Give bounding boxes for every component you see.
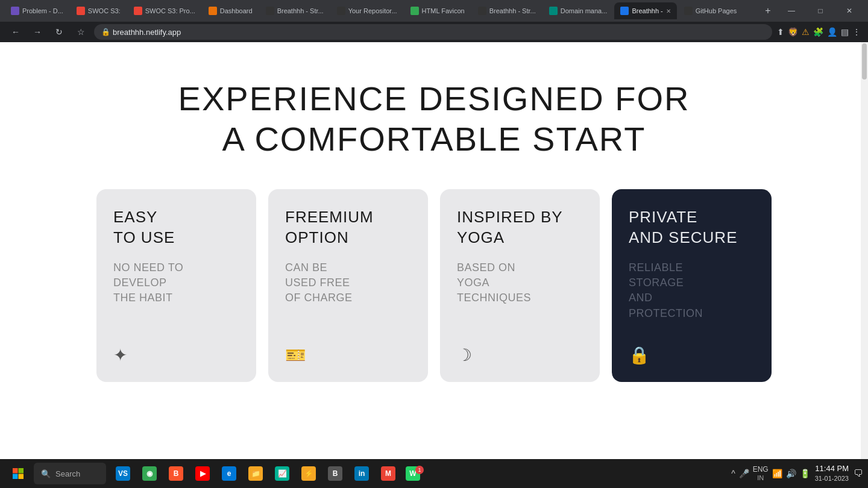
tab-close-button[interactable]: ✕ — [666, 8, 671, 14]
taskbar-app-vscode[interactable]: VS — [111, 460, 135, 487]
scrollbar-thumb[interactable] — [862, 43, 867, 80]
tab-favicon — [209, 7, 217, 15]
brave-icon: B — [169, 466, 183, 481]
svg-rect-1 — [19, 468, 24, 474]
tab-favicon — [134, 7, 142, 15]
browser-tab-8[interactable]: Domain mana... — [543, 2, 614, 19]
mic-icon[interactable]: 🎤 — [739, 469, 749, 478]
tab-favicon — [337, 7, 345, 15]
close-button[interactable]: ✕ — [835, 0, 863, 22]
system-tray-icons: ^ 🎤 ENG IN 📶 🔊 🔋 — [731, 465, 810, 482]
menu-icon[interactable]: ⋮ — [852, 27, 861, 37]
tab-label: SWOC S3: — [88, 7, 121, 14]
extensions-icon[interactable]: 🧩 — [813, 27, 823, 37]
card-description: CAN BEUSED FREEOF CHARGE — [285, 260, 411, 306]
notification-badge: 1 — [415, 466, 424, 474]
browser-tab-0[interactable]: Problem - D... — [5, 2, 69, 19]
main-heading: EXPERIENCE DESIGNED FOR A COMFORTABLE ST… — [178, 78, 690, 159]
card-title: PRIVATEAND SECURE — [629, 207, 755, 248]
tab-bar: Problem - D...SWOC S3:SWOC S3: Pro...Das… — [0, 0, 868, 22]
svg-rect-2 — [13, 474, 18, 480]
share-icon[interactable]: ⬆ — [777, 27, 784, 37]
taskbar-app-whatsapp[interactable]: W1 — [403, 460, 427, 487]
taskbar-app-brave[interactable]: B — [164, 460, 188, 487]
taskbar: 🔍 Search VS◉B▶e📁📈⚡BinMW1 ^ 🎤 ENG IN 📶 🔊 … — [0, 459, 868, 488]
card-title: FREEMIUMOPTION — [285, 207, 411, 248]
tab-favicon — [77, 7, 85, 15]
clock[interactable]: 11:44 PM 31-01-2023 — [815, 463, 849, 484]
tab-label: Breathhh - — [632, 7, 662, 14]
start-button[interactable] — [5, 460, 31, 487]
browser-action-icons: ⬆ 🦁 ⚠ 🧩 👤 ▤ ⋮ — [777, 27, 861, 37]
page-content: EXPERIENCE DESIGNED FOR A COMFORTABLE ST… — [0, 42, 868, 459]
tab-label: HTML Favicon — [422, 7, 465, 14]
time-display: 11:44 PM — [815, 463, 849, 474]
taskbar-app-app9[interactable]: B — [323, 460, 347, 487]
volume-icon[interactable]: 🔊 — [786, 469, 796, 478]
browser-tab-10[interactable]: GitHub Pages — [678, 2, 743, 19]
feature-card-1: FREEMIUMOPTIONCAN BEUSED FREEOF CHARGE🎫 — [268, 189, 428, 382]
browser-tab-1[interactable]: SWOC S3: — [71, 2, 127, 19]
forward-button[interactable]: → — [29, 23, 46, 40]
search-icon: 🔍 — [41, 469, 51, 478]
tab-label: SWOC S3: Pro... — [145, 7, 195, 14]
chevron-up-icon[interactable]: ^ — [731, 469, 735, 478]
brave-icon[interactable]: 🦁 — [788, 27, 798, 37]
taskbar-app-msn-money[interactable]: 📈 — [270, 460, 294, 487]
gmail-icon: M — [381, 466, 395, 481]
svg-rect-0 — [13, 468, 18, 474]
browser-tab-5[interactable]: Your Repositor... — [331, 2, 403, 19]
taskbar-app-app8[interactable]: ⚡ — [297, 460, 321, 487]
scrollbar[interactable] — [861, 42, 868, 459]
notification-icon[interactable]: 🗨 — [854, 468, 863, 479]
bookmark-button[interactable]: ☆ — [72, 23, 89, 40]
taskbar-app-gmail[interactable]: M — [376, 460, 400, 487]
feature-card-0: EASYTO USENO NEED TODEVELOPTHE HABIT✦ — [96, 189, 256, 382]
card-icon: 🎫 — [285, 345, 411, 365]
card-icon: 🔒 — [629, 345, 755, 365]
app8-icon: ⚡ — [301, 466, 316, 481]
sidebar-icon[interactable]: ▤ — [841, 27, 849, 37]
profile-icon[interactable]: 👤 — [827, 27, 837, 37]
tab-favicon — [11, 7, 19, 15]
alert-icon[interactable]: ⚠ — [802, 27, 810, 37]
browser-tab-6[interactable]: HTML Favicon — [404, 2, 471, 19]
back-button[interactable]: ← — [7, 23, 24, 40]
youtube-icon: ▶ — [195, 466, 210, 481]
new-tab-button[interactable]: + — [760, 2, 776, 19]
taskbar-search[interactable]: 🔍 Search — [34, 463, 106, 484]
browser-tab-3[interactable]: Dashboard — [203, 2, 259, 19]
tab-label: Breathhh - Str... — [489, 7, 536, 14]
tab-favicon — [549, 7, 558, 15]
wifi-icon[interactable]: 📶 — [772, 469, 782, 478]
card-description: BASED ONYOGATECHNIQUES — [457, 260, 583, 306]
battery-icon[interactable]: 🔋 — [800, 469, 810, 478]
taskbar-app-linkedin[interactable]: in — [350, 460, 374, 487]
card-icon: ☽ — [457, 345, 583, 365]
browser-tab-2[interactable]: SWOC S3: Pro... — [128, 2, 201, 19]
browser-chrome: Problem - D...SWOC S3:SWOC S3: Pro...Das… — [0, 0, 868, 42]
taskbar-app-chrome[interactable]: ◉ — [137, 460, 162, 487]
linkedin-icon: in — [354, 466, 369, 481]
maximize-button[interactable]: □ — [807, 0, 834, 22]
browser-tab-4[interactable]: Breathhh - Str... — [260, 2, 330, 19]
taskbar-app-youtube[interactable]: ▶ — [190, 460, 215, 487]
date-display: 31-01-2023 — [815, 474, 849, 483]
svg-rect-3 — [19, 474, 24, 480]
browser-tab-7[interactable]: Breathhh - Str... — [472, 2, 542, 19]
url-bar[interactable]: 🔒 breathhh.netlify.app — [94, 24, 772, 40]
taskbar-app-files[interactable]: 📁 — [244, 460, 268, 487]
taskbar-apps: VS◉B▶e📁📈⚡BinMW1 — [111, 460, 427, 487]
minimize-button[interactable]: — — [778, 0, 805, 22]
card-description: RELIABLESTORAGEANDPROTECTION — [629, 260, 755, 321]
refresh-button[interactable]: ↻ — [51, 23, 68, 40]
card-title: INSPIRED BYYOGA — [457, 207, 583, 248]
card-title: EASYTO USE — [113, 207, 239, 248]
browser-tab-9[interactable]: Breathhh -✕ — [614, 2, 676, 19]
edge-icon: e — [222, 466, 236, 481]
url-text: breathhh.netlify.app — [113, 28, 181, 37]
search-label: Search — [55, 469, 80, 478]
taskbar-app-edge[interactable]: e — [217, 460, 241, 487]
tab-label: Your Repositor... — [348, 7, 397, 14]
tab-label: Domain mana... — [561, 7, 608, 14]
